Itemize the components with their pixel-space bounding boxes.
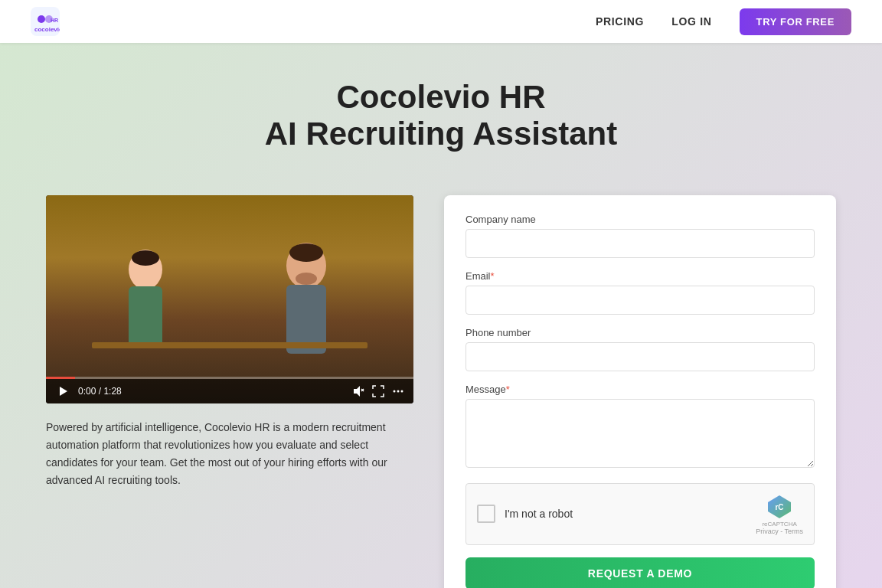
logo[interactable]: cocolevio HR (31, 7, 60, 36)
nav-login[interactable]: LOG In (671, 15, 711, 28)
message-group: Message* (466, 384, 815, 471)
recaptcha-left: I'm not a robot (477, 505, 573, 523)
phone-group: Phone number (466, 327, 815, 371)
phone-input[interactable] (466, 342, 815, 371)
recaptcha-label: I'm not a robot (505, 508, 573, 520)
video-controls: 0:00 / 1:28 (46, 379, 413, 403)
email-input[interactable] (466, 286, 815, 315)
message-label: Message* (466, 384, 815, 395)
svg-rect-6 (129, 286, 162, 348)
try-free-button[interactable]: TRY FOR FREE (740, 8, 851, 35)
email-group: Email* (466, 270, 815, 315)
phone-label: Phone number (466, 327, 815, 338)
navbar: cocolevio HR PRiCinG LOG In TRY FOR FREE (0, 0, 882, 43)
message-input[interactable] (466, 399, 815, 468)
video-control-icons (352, 385, 404, 397)
contact-form: Company name Email* Phone number Message… (444, 195, 836, 588)
video-people (46, 224, 413, 377)
svg-text:HR: HR (51, 18, 58, 23)
volume-icon[interactable] (352, 385, 364, 397)
svg-marker-14 (354, 386, 360, 397)
video-time: 0:00 / 1:28 (78, 386, 345, 397)
hero-title-line2: AI Recruiting Assistant (265, 115, 618, 153)
svg-point-10 (289, 243, 323, 262)
left-panel: 0:00 / 1:28 (46, 195, 413, 489)
fullscreen-icon[interactable] (372, 385, 384, 397)
recaptcha[interactable]: I'm not a robot rC reCAPTCHA Privacy - T… (466, 483, 815, 545)
description-text: Powered by artificial intelligence, Coco… (46, 419, 413, 489)
company-name-label: Company name (466, 214, 815, 225)
more-options-icon[interactable] (392, 385, 404, 397)
recaptcha-brand: reCAPTCHA (762, 521, 796, 528)
hero-title: Cocolevio HR AI Recruiting Assistant (265, 80, 618, 154)
recaptcha-checkbox[interactable] (477, 505, 495, 523)
svg-point-1 (38, 15, 45, 23)
svg-point-11 (296, 273, 317, 285)
svg-marker-13 (60, 387, 67, 396)
video-scene: 0:00 / 1:28 (46, 195, 413, 403)
svg-text:cocolevio: cocolevio (34, 26, 60, 33)
nav-pricing[interactable]: PRiCinG (596, 15, 644, 28)
svg-point-18 (397, 390, 400, 392)
hero-title-line1: Cocolevio HR (265, 80, 618, 115)
hero-section: Cocolevio HR AI Recruiting Assistant (0, 43, 882, 183)
company-name-group: Company name (466, 214, 815, 258)
nav-links: PRiCinG LOG In TRY FOR FREE (596, 8, 851, 35)
recaptcha-logo-icon: rC (766, 493, 793, 521)
video-play-button[interactable] (55, 384, 70, 399)
recaptcha-privacy: Privacy - Terms (756, 528, 803, 535)
svg-rect-12 (92, 342, 368, 348)
svg-text:rC: rC (776, 503, 784, 511)
logo-icon: cocolevio HR (31, 7, 60, 36)
recaptcha-logo: rC reCAPTCHA Privacy - Terms (756, 493, 803, 535)
request-demo-button[interactable]: REQUEST A DEMO (466, 557, 815, 588)
video-player[interactable]: 0:00 / 1:28 (46, 195, 413, 403)
svg-point-17 (394, 390, 396, 392)
svg-point-19 (401, 390, 403, 392)
main-content: 0:00 / 1:28 (0, 195, 882, 588)
svg-point-7 (132, 250, 159, 266)
email-label: Email* (466, 270, 815, 282)
company-name-input[interactable] (466, 229, 815, 258)
